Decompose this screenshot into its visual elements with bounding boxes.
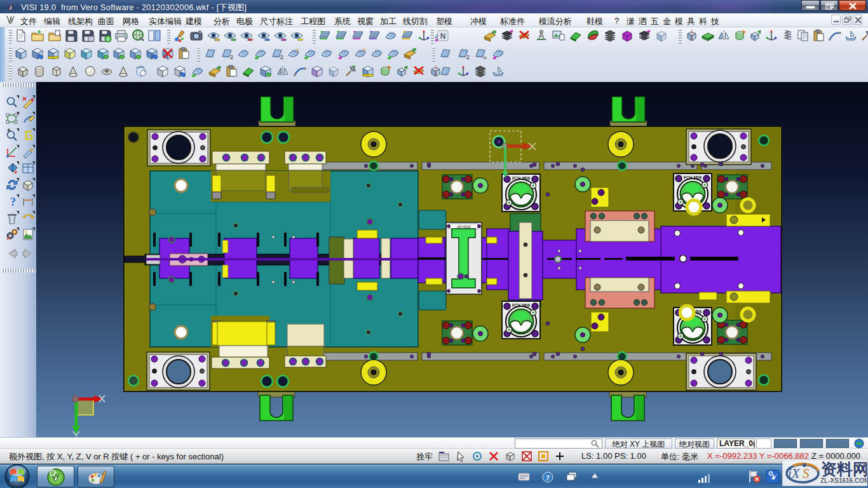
svg-text:iX: iX xyxy=(788,466,801,481)
svg-text:2: 2 xyxy=(466,54,470,60)
svg-text:u: u xyxy=(484,55,486,60)
svg-text:2: 2 xyxy=(280,54,283,60)
svg-text:S: S xyxy=(803,466,810,481)
svg-text:08 HDW: 08 HDW xyxy=(458,225,471,229)
svg-text:N: N xyxy=(440,32,446,41)
svg-text:2: 2 xyxy=(230,54,233,60)
svg-text:?: ? xyxy=(546,473,550,482)
svg-text:$: $ xyxy=(106,36,109,42)
svg-text:?: ? xyxy=(10,196,16,208)
